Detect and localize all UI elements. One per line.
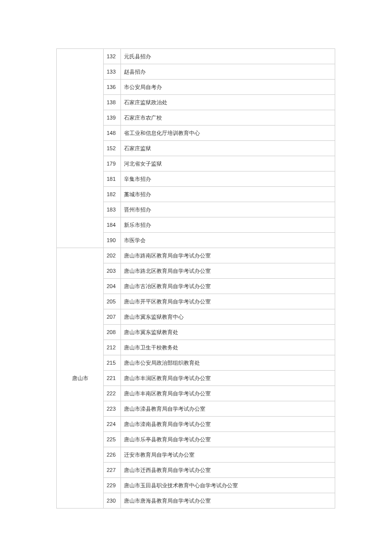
name-cell: 石家庄监狱: [121, 141, 335, 156]
name-cell: 新乐市招办: [121, 217, 335, 233]
name-cell: 省工业和信息化厅培训教育中心: [121, 126, 335, 141]
name-cell: 唐山市开平区教育局自学考试办公室: [121, 294, 335, 309]
code-cell: 215: [104, 355, 121, 371]
code-cell: 205: [104, 294, 121, 309]
name-cell: 唐山市冀东监狱教育中心: [121, 309, 335, 325]
name-cell: 晋州市招办: [121, 202, 335, 217]
name-cell: 唐山市丰润区教育局自学考试办公室: [121, 371, 335, 386]
code-cell: 179: [104, 156, 121, 171]
region-cell: 唐山市: [57, 248, 104, 509]
name-cell: 唐山市冀东监狱教育处: [121, 325, 335, 340]
code-cell: 139: [104, 110, 121, 126]
code-cell: 227: [104, 463, 121, 478]
code-cell: 212: [104, 340, 121, 355]
region-cell: [57, 49, 104, 248]
code-cell: 223: [104, 401, 121, 417]
name-cell: 赵县招办: [121, 64, 335, 80]
code-cell: 224: [104, 417, 121, 432]
name-cell: 唐山市滦南县教育局自学考试办公室: [121, 417, 335, 432]
table-row: 唐山市202唐山市路南区教育局自学考试办公室: [57, 248, 335, 263]
code-cell: 202: [104, 248, 121, 263]
name-cell: 市医学会: [121, 233, 335, 248]
name-cell: 唐山市乐亭县教育局自学考试办公室: [121, 432, 335, 447]
name-cell: 唐山市迁西县教育局自学考试办公室: [121, 463, 335, 478]
name-cell: 市公安局自考办: [121, 80, 335, 95]
code-cell: 184: [104, 217, 121, 233]
name-cell: 藁城市招办: [121, 187, 335, 202]
code-cell: 133: [104, 64, 121, 80]
name-cell: 迁安市教育局自学考试办公室: [121, 447, 335, 463]
code-cell: 182: [104, 187, 121, 202]
code-cell: 208: [104, 325, 121, 340]
table-row: 132元氏县招办: [57, 49, 335, 64]
name-cell: 河北省女子监狱: [121, 156, 335, 171]
name-cell: 唐山市卫生干校教务处: [121, 340, 335, 355]
name-cell: 唐山市唐海县教育局自学考试办公室: [121, 493, 335, 509]
code-cell: 183: [104, 202, 121, 217]
code-cell: 132: [104, 49, 121, 64]
code-cell: 148: [104, 126, 121, 141]
code-cell: 230: [104, 493, 121, 509]
code-cell: 222: [104, 386, 121, 401]
name-cell: 唐山市古冶区教育局自学考试办公室: [121, 279, 335, 294]
code-cell: 190: [104, 233, 121, 248]
code-cell: 221: [104, 371, 121, 386]
name-cell: 唐山市玉田县职业技术教育中心自学考试办公室: [121, 478, 335, 493]
offices-table: 132元氏县招办133赵县招办136市公安局自考办138石家庄监狱政治处139石…: [56, 48, 335, 509]
name-cell: 唐山市滦县教育局自学考试办公室: [121, 401, 335, 417]
name-cell: 唐山市公安局政治部组织教育处: [121, 355, 335, 371]
code-cell: 203: [104, 263, 121, 279]
name-cell: 唐山市路北区教育局自学考试办公室: [121, 263, 335, 279]
name-cell: 石家庄市农广校: [121, 110, 335, 126]
name-cell: 唐山市丰南区教育局自学考试办公室: [121, 386, 335, 401]
name-cell: 唐山市路南区教育局自学考试办公室: [121, 248, 335, 263]
code-cell: 181: [104, 171, 121, 187]
code-cell: 207: [104, 309, 121, 325]
code-cell: 225: [104, 432, 121, 447]
name-cell: 石家庄监狱政治处: [121, 95, 335, 110]
name-cell: 辛集市招办: [121, 171, 335, 187]
code-cell: 226: [104, 447, 121, 463]
code-cell: 229: [104, 478, 121, 493]
code-cell: 138: [104, 95, 121, 110]
code-cell: 152: [104, 141, 121, 156]
name-cell: 元氏县招办: [121, 49, 335, 64]
code-cell: 136: [104, 80, 121, 95]
code-cell: 204: [104, 279, 121, 294]
